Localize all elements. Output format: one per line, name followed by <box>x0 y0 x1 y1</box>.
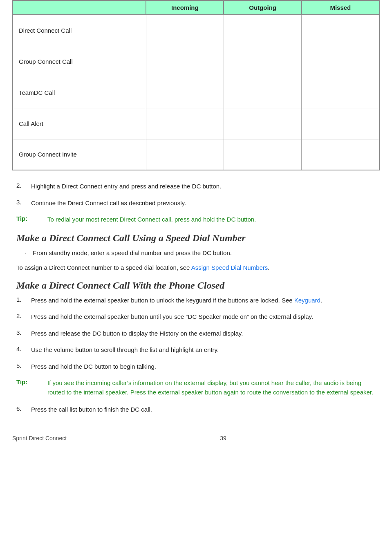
steps-closed-container: 1.Press and hold the external speaker bu… <box>16 296 376 372</box>
table-row: TeamDC Call <box>13 77 379 108</box>
step-num: 1. <box>16 296 31 303</box>
step-6-text: Press the call list button to finish the… <box>31 405 152 414</box>
table-cell-incoming <box>146 46 224 77</box>
col-header-missed: Missed <box>302 0 379 15</box>
assign-speed-dial-para: To assign a Direct Connect number to a s… <box>16 263 376 273</box>
step-closed-item: 1.Press and hold the external speaker bu… <box>16 296 376 305</box>
para1-before: To assign a Direct Connect number to a s… <box>16 264 191 271</box>
table-cell-outgoing <box>224 139 301 170</box>
call-types-table: Incoming Outgoing Missed Direct Connect … <box>12 0 380 170</box>
page-footer: Sprint Direct Connect 39 <box>12 431 380 441</box>
step-text: Press and hold the external speaker butt… <box>31 296 322 305</box>
table-row: Group Connect Call <box>13 46 379 77</box>
tip-2: Tip: If you see the incoming caller’s in… <box>16 379 376 397</box>
table-cell-incoming <box>146 108 224 139</box>
assign-speed-dial-link[interactable]: Assign Speed Dial Numbers <box>191 264 268 271</box>
footer-page-number: 39 <box>67 435 380 441</box>
tip-1-text: To redial your most recent Direct Connec… <box>47 215 256 224</box>
table-cell-label: Group Connect Invite <box>13 139 146 170</box>
step-2-num: 2. <box>16 182 31 189</box>
step-link[interactable]: Keyguard <box>294 297 320 304</box>
tip-2-text: If you see the incoming caller’s informa… <box>47 379 376 397</box>
call-types-table-wrapper: Incoming Outgoing Missed Direct Connect … <box>12 0 380 170</box>
step-2-text: Highlight a Direct Connect entry and pre… <box>31 182 221 191</box>
dot-item-1-text: From standby mode, enter a speed dial nu… <box>33 249 232 258</box>
table-cell-missed <box>302 108 379 139</box>
step-6-item: 6. Press the call list button to finish … <box>16 405 376 414</box>
step-text: Press and hold the external speaker butt… <box>31 312 313 322</box>
tip-1: Tip: To redial your most recent Direct C… <box>16 215 376 224</box>
col-header-type <box>13 0 146 15</box>
heading-speed-dial: Make a Direct Connect Call Using a Speed… <box>16 233 376 244</box>
col-header-outgoing: Outgoing <box>224 0 301 15</box>
table-cell-missed <box>302 46 379 77</box>
tip-2-label: Tip: <box>16 379 41 385</box>
table-cell-outgoing <box>224 46 301 77</box>
table-row: Group Connect Invite <box>13 139 379 170</box>
table-cell-missed <box>302 15 379 46</box>
footer-left: Sprint Direct Connect <box>12 435 67 441</box>
step-3-num: 3. <box>16 199 31 206</box>
step-2-item: 2. Highlight a Direct Connect entry and … <box>16 182 376 191</box>
table-cell-label: Direct Connect Call <box>13 15 146 46</box>
step-num: 2. <box>16 312 31 319</box>
table-cell-missed <box>302 77 379 108</box>
table-cell-outgoing <box>224 108 301 139</box>
step-3-item: 3. Continue the Direct Connect call as d… <box>16 199 376 208</box>
table-cell-outgoing <box>224 77 301 108</box>
table-cell-label: Call Alert <box>13 108 146 139</box>
step-closed-item: 2.Press and hold the external speaker bu… <box>16 312 376 322</box>
step-num: 4. <box>16 345 31 352</box>
step-text: Press and hold the DC button to begin ta… <box>31 362 156 372</box>
table-cell-outgoing <box>224 15 301 46</box>
step-6-num: 6. <box>16 405 31 412</box>
col-header-incoming: Incoming <box>146 0 224 15</box>
heading-phone-closed: Make a Direct Connect Call With the Phon… <box>16 280 376 291</box>
para1-after: . <box>268 264 269 271</box>
step-num: 5. <box>16 362 31 369</box>
table-row: Direct Connect Call <box>13 15 379 46</box>
table-cell-incoming <box>146 139 224 170</box>
tip-1-label: Tip: <box>16 215 41 222</box>
table-cell-incoming <box>146 15 224 46</box>
step-text: Use the volume button to scroll through … <box>31 345 219 355</box>
step-3-text: Continue the Direct Connect call as desc… <box>31 199 186 208</box>
step-closed-item: 4.Use the volume button to scroll throug… <box>16 345 376 355</box>
step-num: 3. <box>16 329 31 336</box>
table-cell-label: TeamDC Call <box>13 77 146 108</box>
step-closed-item: 3.Press and release the DC button to dis… <box>16 329 376 338</box>
table-cell-incoming <box>146 77 224 108</box>
table-cell-label: Group Connect Call <box>13 46 146 77</box>
table-cell-missed <box>302 139 379 170</box>
below-table-section: 2. Highlight a Direct Connect entry and … <box>12 182 380 414</box>
dot-item-1: . From standby mode, enter a speed dial … <box>16 249 376 258</box>
step-closed-item: 5.Press and hold the DC button to begin … <box>16 362 376 372</box>
dot-symbol: . <box>25 249 33 255</box>
step-text: Press and release the DC button to displ… <box>31 329 243 338</box>
table-row: Call Alert <box>13 108 379 139</box>
